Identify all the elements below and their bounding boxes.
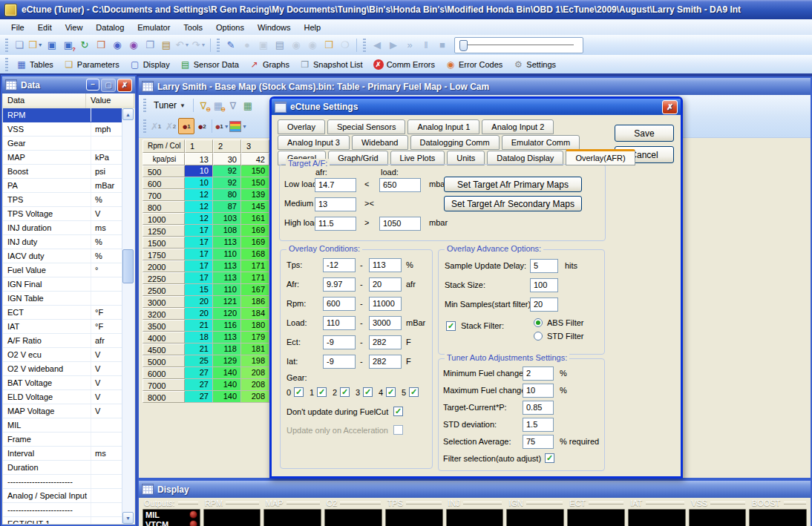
view-button-tables[interactable]: ▦Tables <box>12 58 58 71</box>
fuel-row-header-3000[interactable]: 3000 <box>143 296 185 308</box>
toolbar-grip[interactable] <box>5 39 8 52</box>
data-row-interval[interactable]: Intervalms <box>3 447 122 461</box>
menu-item-view[interactable]: View <box>59 22 90 33</box>
data-row-a-f-ratio[interactable]: A/F Ratioafr <box>3 334 122 348</box>
fuel-row-header-4000[interactable]: 4000 <box>143 332 185 343</box>
data-row--[interactable]: ------------------------ <box>3 475 122 489</box>
fuel-cell-600-3[interactable]: 150 <box>241 177 269 189</box>
data-row-mil[interactable]: MIL <box>3 418 122 433</box>
save-icon[interactable]: ▣ <box>45 38 59 53</box>
target-afr-input[interactable]: 14.7 <box>315 178 356 192</box>
record-icon[interactable]: ● <box>240 38 255 53</box>
fuel-cell-800-3[interactable]: 145 <box>241 201 269 213</box>
view-button-settings[interactable]: ⚙Settings <box>508 58 560 71</box>
fuel-cell-500-3[interactable]: 150 <box>241 165 269 177</box>
fuel-row-header-8000[interactable]: 8000 <box>143 391 185 403</box>
fuel-row-header-3200[interactable]: 3200 <box>143 308 185 320</box>
fuel-row-header-600[interactable]: 600 <box>143 177 185 189</box>
grid-clear-icon[interactable]: ▦⊖ <box>211 98 226 113</box>
data-row-egt-cht-1[interactable]: EGT/CHT 1 <box>3 517 122 524</box>
fuel-cell-5000-2[interactable]: 129 <box>213 355 241 367</box>
tuner-auto-input[interactable]: 1.5 <box>523 418 554 432</box>
fuel-row-header-1750[interactable]: 1750 <box>143 249 185 260</box>
fuel-cell-1000-1[interactable]: 12 <box>185 213 213 225</box>
condition-from-input[interactable]: -9 <box>323 355 356 369</box>
fuel-cell-8000-1[interactable]: 27 <box>185 391 213 403</box>
tab-emulator-comm[interactable]: Emulator Comm <box>502 135 580 150</box>
fuel-cell-2500-2[interactable]: 110 <box>213 284 241 296</box>
fuel-cell-1500-2[interactable]: 113 <box>213 237 241 249</box>
slider-thumb[interactable] <box>459 40 468 51</box>
filter-clear-icon[interactable]: ∇⊖ <box>196 98 211 113</box>
fuel-row-header-4500[interactable]: 4500 <box>143 343 185 355</box>
fuel-row-header-3500[interactable]: 3500 <box>143 320 185 332</box>
menu-item-options[interactable]: Options <box>209 22 251 33</box>
target-afr-input[interactable]: 11.5 <box>315 217 356 231</box>
data-window-title-bar[interactable]: Data – ▢ ✗ <box>2 76 135 93</box>
stack-filter-checkbox[interactable]: ✓ <box>446 321 456 331</box>
view-button-sensor-data[interactable]: ▤Sensor Data <box>176 58 243 71</box>
tab-datalog-display[interactable]: Datalog Display <box>487 151 563 165</box>
data-row-vss[interactable]: VSSmph <box>3 122 122 137</box>
fuel-cell-3500-2[interactable]: 116 <box>213 320 241 332</box>
fuel-cell-600-2[interactable]: 92 <box>213 177 241 189</box>
data-list-scrollbar[interactable]: ▲ ▼ <box>122 108 134 524</box>
fuel-cell-1250-3[interactable]: 169 <box>241 225 269 237</box>
fuel-cell-700-3[interactable]: 139 <box>241 189 269 201</box>
fuel-row-header-1500[interactable]: 1500 <box>143 237 185 249</box>
fuel-cell-1500-1[interactable]: 17 <box>185 237 213 249</box>
data-row-ign-table[interactable]: IGN Table <box>3 292 122 306</box>
filter-selection-checkbox[interactable]: ✓ <box>545 453 554 463</box>
menu-item-windows[interactable]: Windows <box>251 22 298 33</box>
app-title-bar[interactable]: eCtune (Tuner) - C:\Documents and Settin… <box>0 0 812 19</box>
scroll-up-icon[interactable]: ▲ <box>122 108 134 120</box>
advance-input[interactable]: 5 <box>530 259 558 273</box>
data-row-o2-v-wideband[interactable]: O2 V widebandV <box>3 362 122 376</box>
tab-datalogging-comm[interactable]: Datalogging Comm <box>410 135 500 150</box>
connect-icon[interactable]: ✎ <box>223 38 238 53</box>
fuel-row-header-2500[interactable]: 2500 <box>143 284 185 296</box>
gear-1-checkbox[interactable]: ✓ <box>317 387 327 397</box>
fuel-cell-3500-3[interactable]: 180 <box>241 320 269 332</box>
fuelcut-checkbox[interactable]: ✓ <box>393 407 403 416</box>
scroll-down-icon[interactable]: ▼ <box>122 512 134 524</box>
undo-icon[interactable]: ↶▼ <box>175 38 190 53</box>
view-button-parameters[interactable]: ❏Parameters <box>59 58 124 71</box>
tab-analog-input-1[interactable]: Analog Input 1 <box>407 119 479 134</box>
gear-5-checkbox[interactable]: ✓ <box>409 387 419 397</box>
comment-icon[interactable]: ❍ <box>338 38 353 53</box>
fuel-cell-1500-3[interactable]: 169 <box>241 237 269 249</box>
trace-select-icon[interactable]: ●1▼ <box>215 119 229 134</box>
data-row-tps-voltage[interactable]: TPS VoltageV <box>3 207 122 221</box>
view-button-comm-errors[interactable]: ✗Comm Errors <box>369 58 439 71</box>
fuel-cell-4000-3[interactable]: 179 <box>241 332 269 343</box>
fuel-cell-6000-1[interactable]: 27 <box>185 367 213 379</box>
fuel-cell-1250-1[interactable]: 17 <box>185 225 213 237</box>
fast-forward-icon[interactable]: » <box>402 38 417 53</box>
tuner-auto-input[interactable]: 75 <box>523 435 554 449</box>
fuel-cell-2000-2[interactable]: 113 <box>213 260 241 272</box>
target-afr-input[interactable]: 13 <box>315 197 356 211</box>
fuel-cell-3200-1[interactable]: 20 <box>185 308 213 320</box>
data-row-duration[interactable]: Duration <box>3 461 122 475</box>
open-folder-icon[interactable]: ❒▼ <box>28 38 43 53</box>
fuel-cell-4500-2[interactable]: 118 <box>213 343 241 355</box>
scrollbar-thumb[interactable] <box>122 249 134 283</box>
fuel-col-header-1[interactable]: 1 <box>185 139 213 153</box>
fuel-cell-800-2[interactable]: 87 <box>213 201 241 213</box>
fuel-row-header-1250[interactable]: 1250 <box>143 225 185 237</box>
fuel-cell-600-1[interactable]: 10 <box>185 177 213 189</box>
trace1-icon[interactable]: ●1 <box>178 118 194 134</box>
fuel-row-header-2250[interactable]: 2250 <box>143 272 185 284</box>
condition-from-input[interactable]: 600 <box>323 297 356 311</box>
copy-icon[interactable]: ❐ <box>143 38 157 53</box>
fuel-cell-6000-3[interactable]: 208 <box>241 367 269 379</box>
data-row-boost[interactable]: Boostpsi <box>3 165 122 179</box>
fuel-cell-7000-1[interactable]: 27 <box>185 379 213 391</box>
menu-item-edit[interactable]: Edit <box>31 22 59 33</box>
target-load-input[interactable]: 1050 <box>379 217 421 231</box>
fuel-cell-500-1[interactable]: 10 <box>185 165 213 177</box>
data-row-gear[interactable]: Gear <box>3 137 122 151</box>
filter-icon[interactable]: ∇ <box>226 98 240 113</box>
fuel-col-header-2[interactable]: 2 <box>213 139 241 153</box>
